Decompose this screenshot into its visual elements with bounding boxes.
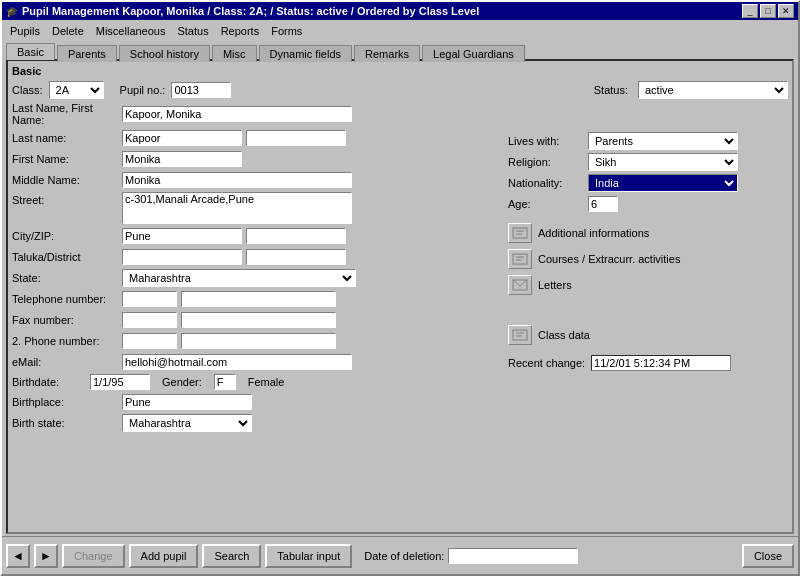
menu-miscellaneous[interactable]: Miscellaneous bbox=[90, 23, 172, 39]
tab-school-history[interactable]: School history bbox=[119, 45, 210, 62]
tab-misc[interactable]: Misc bbox=[212, 45, 257, 62]
telephone-input2[interactable] bbox=[181, 291, 336, 307]
add-pupil-button[interactable]: Add pupil bbox=[129, 544, 199, 568]
maximize-button[interactable]: □ bbox=[760, 4, 776, 18]
fax-input2[interactable] bbox=[181, 312, 336, 328]
zip-input[interactable] bbox=[246, 228, 346, 244]
nationality-row: Nationality: India USA UK bbox=[508, 174, 788, 192]
search-button[interactable]: Search bbox=[202, 544, 261, 568]
birthplace-input[interactable] bbox=[122, 394, 252, 410]
age-row: Age: bbox=[508, 195, 788, 213]
bottom-bar: ◄ ► Change Add pupil Search Tabular inpu… bbox=[2, 536, 798, 574]
age-input[interactable] bbox=[588, 196, 618, 212]
class-select[interactable]: 2A bbox=[49, 81, 104, 99]
taluka-input[interactable] bbox=[122, 249, 242, 265]
courses-button[interactable]: Courses / Extracurr. activities bbox=[508, 249, 788, 269]
birth-state-row: Birth state: Maharashtra Karnataka Tamil… bbox=[12, 414, 498, 432]
age-label: Age: bbox=[508, 198, 588, 210]
street-row: Street: c-301,Manali Arcade,Pune bbox=[12, 192, 498, 224]
next-button[interactable]: ► bbox=[34, 544, 58, 568]
letters-button[interactable]: Letters bbox=[508, 275, 788, 295]
info-icon bbox=[508, 223, 532, 243]
telephone-row: Telephone number: bbox=[12, 290, 498, 308]
first-name-row: First Name: bbox=[12, 150, 498, 168]
pupil-no-label: Pupil no.: bbox=[120, 84, 166, 96]
minimize-button[interactable]: _ bbox=[742, 4, 758, 18]
fax-input1[interactable] bbox=[122, 312, 177, 328]
additional-info-label: Additional informations bbox=[538, 227, 649, 239]
street-label: Street: bbox=[12, 194, 122, 206]
svg-rect-3 bbox=[513, 254, 527, 264]
nationality-select[interactable]: India USA UK bbox=[588, 174, 738, 192]
svg-line-7 bbox=[513, 280, 520, 286]
middle-name-input[interactable] bbox=[122, 172, 352, 188]
menu-bar: Pupils Delete Miscellaneous Status Repor… bbox=[2, 20, 798, 40]
letters-icon bbox=[508, 275, 532, 295]
left-column: Last Name, First Name: Last name: First … bbox=[12, 102, 498, 435]
class-label: Class: bbox=[12, 84, 43, 96]
courses-label: Courses / Extracurr. activities bbox=[538, 253, 680, 265]
svg-line-8 bbox=[520, 280, 527, 286]
birthdate-input[interactable] bbox=[90, 374, 150, 390]
prev-button[interactable]: ◄ bbox=[6, 544, 30, 568]
birthplace-label: Birthplace: bbox=[12, 396, 122, 408]
courses-icon bbox=[508, 249, 532, 269]
street-input[interactable]: c-301,Manali Arcade,Pune bbox=[122, 192, 352, 224]
menu-status[interactable]: Status bbox=[171, 23, 214, 39]
additional-info-button[interactable]: Additional informations bbox=[508, 223, 788, 243]
status-label: Status: bbox=[594, 84, 628, 96]
lives-with-select[interactable]: Parents Mother Father Guardian bbox=[588, 132, 738, 150]
menu-delete[interactable]: Delete bbox=[46, 23, 90, 39]
religion-select[interactable]: Sikh Hindu Muslim Christian bbox=[588, 153, 738, 171]
first-name-input[interactable] bbox=[122, 151, 242, 167]
gender-input[interactable] bbox=[214, 374, 236, 390]
phone2-input2[interactable] bbox=[181, 333, 336, 349]
email-input[interactable] bbox=[122, 354, 352, 370]
close-button[interactable]: Close bbox=[742, 544, 794, 568]
class-data-button[interactable]: Class data bbox=[508, 325, 788, 345]
recent-change-row: Recent change: bbox=[508, 355, 788, 371]
last-name-input[interactable] bbox=[122, 130, 242, 146]
tab-basic[interactable]: Basic bbox=[6, 43, 55, 60]
tab-legal-guardians[interactable]: Legal Guardians bbox=[422, 45, 525, 62]
birthdate-row: Birthdate: Gender: Female bbox=[12, 374, 498, 390]
svg-rect-9 bbox=[513, 330, 527, 340]
nationality-label: Nationality: bbox=[508, 177, 588, 189]
telephone-input1[interactable] bbox=[122, 291, 177, 307]
class-data-label: Class data bbox=[538, 329, 590, 341]
action-buttons-section: Additional informations Courses / Extrac… bbox=[508, 223, 788, 345]
close-button[interactable]: ✕ bbox=[778, 4, 794, 18]
menu-pupils[interactable]: Pupils bbox=[4, 23, 46, 39]
city-zip-label: City/ZIP: bbox=[12, 230, 122, 242]
city-zip-row: City/ZIP: bbox=[12, 227, 498, 245]
status-select[interactable]: active inactive graduated bbox=[638, 81, 788, 99]
last-name-row: Last name: bbox=[12, 129, 498, 147]
tabular-input-button[interactable]: Tabular input bbox=[265, 544, 352, 568]
svg-rect-0 bbox=[513, 228, 527, 238]
last-name-first-input[interactable] bbox=[122, 106, 352, 122]
birthplace-row: Birthplace: bbox=[12, 393, 498, 411]
birth-state-select[interactable]: Maharashtra Karnataka Tamil Nadu bbox=[122, 414, 252, 432]
menu-forms[interactable]: Forms bbox=[265, 23, 308, 39]
tab-dynamic-fields[interactable]: Dynamic fields bbox=[259, 45, 353, 62]
district-input[interactable] bbox=[246, 249, 346, 265]
window-title: Pupil Management Kapoor, Monika / Class:… bbox=[22, 5, 479, 17]
tab-parents[interactable]: Parents bbox=[57, 45, 117, 62]
date-deletion-input[interactable] bbox=[448, 548, 578, 564]
state-select[interactable]: Maharashtra Karnataka Tamil Nadu Delhi G… bbox=[122, 269, 356, 287]
section-title: Basic bbox=[12, 65, 788, 77]
change-button[interactable]: Change bbox=[62, 544, 125, 568]
telephone-label: Telephone number: bbox=[12, 293, 122, 305]
last-name-extra-input[interactable] bbox=[246, 130, 346, 146]
city-input[interactable] bbox=[122, 228, 242, 244]
taluka-label: Taluka/District bbox=[12, 251, 122, 263]
tab-remarks[interactable]: Remarks bbox=[354, 45, 420, 62]
pupil-no-input[interactable] bbox=[171, 82, 231, 98]
email-label: eMail: bbox=[12, 356, 122, 368]
middle-name-row: Middle Name: bbox=[12, 171, 498, 189]
fax-label: Fax number: bbox=[12, 314, 122, 326]
main-window: 🎓 Pupil Management Kapoor, Monika / Clas… bbox=[0, 0, 800, 576]
menu-reports[interactable]: Reports bbox=[215, 23, 266, 39]
first-name-label: First Name: bbox=[12, 153, 122, 165]
phone2-input1[interactable] bbox=[122, 333, 177, 349]
